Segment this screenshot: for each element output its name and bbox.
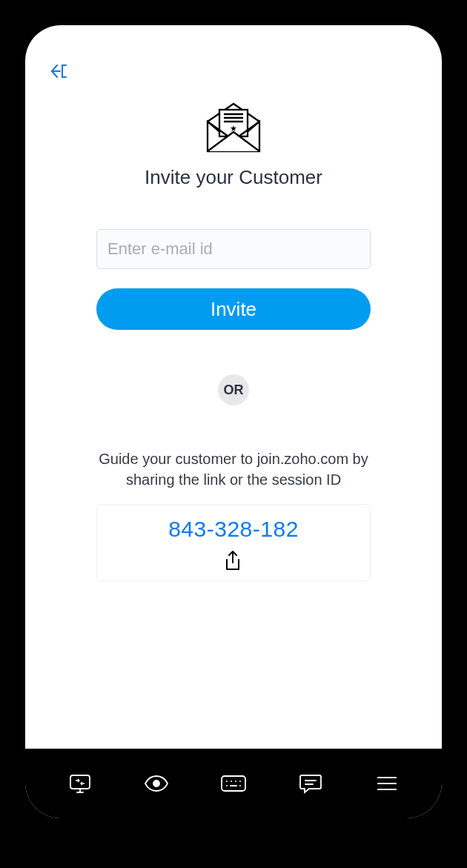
screen-swap-icon [68, 772, 92, 795]
envelope-letter-icon: ★ [202, 101, 265, 154]
menu-icon [377, 775, 397, 792]
svg-rect-9 [222, 776, 245, 791]
svg-point-8 [153, 781, 159, 786]
phone-frame: ★ Invite your Customer Invite OR Guide y… [15, 15, 452, 829]
page-title: Invite your Customer [145, 166, 322, 189]
share-icon[interactable] [223, 551, 244, 572]
svg-point-13 [239, 781, 241, 782]
svg-point-10 [226, 781, 228, 782]
svg-point-14 [226, 785, 228, 786]
session-id-card[interactable]: 843-328-182 [96, 504, 371, 581]
back-arrow-icon [50, 62, 69, 81]
session-id-value: 843-328-182 [168, 517, 299, 542]
nav-keyboard[interactable] [217, 767, 250, 800]
nav-menu[interactable] [371, 767, 403, 800]
nav-chat[interactable] [294, 767, 327, 800]
svg-point-11 [231, 781, 232, 782]
chat-icon [299, 772, 322, 795]
nav-screen-swap[interactable] [64, 767, 96, 800]
svg-rect-5 [70, 775, 90, 789]
eye-icon [144, 775, 169, 792]
back-button[interactable] [47, 59, 71, 83]
or-separator: OR [218, 374, 249, 405]
svg-point-15 [239, 785, 241, 786]
email-field[interactable] [96, 229, 371, 269]
nav-view[interactable] [140, 767, 173, 800]
keyboard-icon [220, 775, 247, 792]
svg-point-12 [235, 781, 236, 782]
guide-instructions: Guide your customer to join.zoho.com by … [85, 448, 382, 491]
bottom-nav [25, 749, 442, 818]
screen: ★ Invite your Customer Invite OR Guide y… [25, 25, 442, 818]
invite-button[interactable]: Invite [96, 288, 371, 330]
